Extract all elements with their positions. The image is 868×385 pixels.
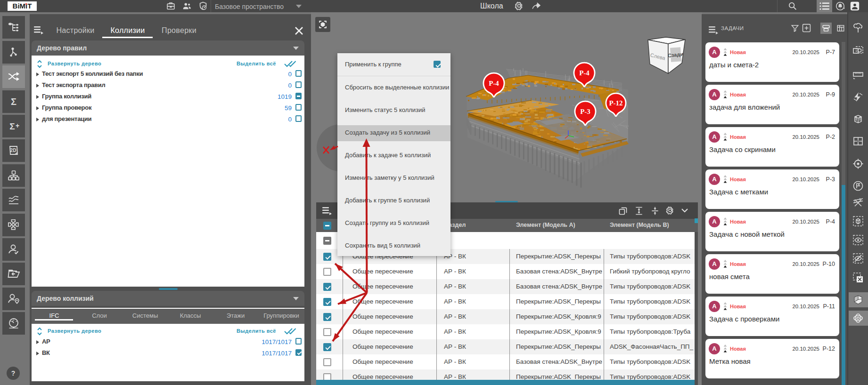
svg-text:Σ: Σ (9, 121, 15, 131)
svg-text:2D: 2D (10, 148, 16, 153)
svg-text:Σ: Σ (11, 96, 16, 107)
svg-text:Р-4: Р-4 (489, 80, 499, 87)
svg-text:+: + (16, 122, 19, 129)
svg-text:Р-3: Р-3 (580, 108, 590, 115)
svg-text:Р-4: Р-4 (579, 69, 590, 77)
svg-text:Р-12: Р-12 (609, 99, 622, 107)
